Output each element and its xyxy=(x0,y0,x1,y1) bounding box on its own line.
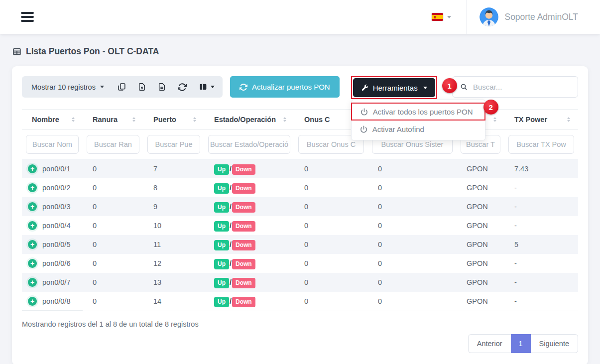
column-header-nombre[interactable]: Nombre xyxy=(22,110,83,130)
table-row: + pon0/0/5 0 11 Up/Down 0 0 GPON 5 xyxy=(22,235,578,254)
copy-button[interactable] xyxy=(112,76,132,98)
estado-cell: Up/Down xyxy=(204,235,294,254)
filter-input-ranura[interactable] xyxy=(87,135,139,154)
chevron-down-icon xyxy=(211,86,215,88)
excel-export-button[interactable] xyxy=(132,76,152,98)
estado-cell: Up/Down xyxy=(204,273,294,292)
reload-table-button[interactable] xyxy=(172,76,193,98)
tx-power-value: - xyxy=(504,254,578,273)
pagination-next-button[interactable]: Siguiente xyxy=(531,334,578,353)
expand-row-icon[interactable]: + xyxy=(28,202,37,211)
ranura-value: 0 xyxy=(83,159,143,179)
search-input[interactable] xyxy=(473,83,570,91)
onus-c-value: 0 xyxy=(294,159,368,179)
wrench-icon xyxy=(361,84,368,92)
pon-ports-table: NombreRanuraPuertoEstado/OperaciónOnus C… xyxy=(22,109,578,311)
refresh-icon xyxy=(240,83,247,91)
sort-icon[interactable] xyxy=(72,117,75,122)
tx-power-value: - xyxy=(504,197,578,216)
file-export-button[interactable] xyxy=(152,76,172,98)
datatable-buttons-group: Mostrar 10 registros xyxy=(22,76,223,98)
sort-icon[interactable] xyxy=(493,117,496,122)
ranura-value: 0 xyxy=(83,254,143,273)
pagination-page-1-button[interactable]: 1 xyxy=(511,334,531,353)
port-name: pon0/0/6 xyxy=(42,259,70,267)
filter-cell xyxy=(22,130,83,159)
table-row: + pon0/0/1 0 7 Up/Down 0 0 GPON 7.43 xyxy=(22,159,578,179)
expand-row-icon[interactable]: + xyxy=(28,221,37,230)
excel-icon xyxy=(138,83,146,91)
update-pon-ports-label: Actualizar puertos PON xyxy=(252,83,330,91)
pon-ports-card: Mostrar 10 registros xyxy=(12,66,588,364)
page-title: Lista Puertos Pon - OLT C-DATA xyxy=(12,46,588,57)
expand-row-icon[interactable]: + xyxy=(28,297,37,306)
tipo-value: GPON xyxy=(457,216,504,235)
menu-item-label: Activar Autofind xyxy=(372,125,424,133)
badge-separator: / xyxy=(230,278,232,286)
table-icon xyxy=(12,47,21,56)
tx-power-value: - xyxy=(504,216,578,235)
columns-icon xyxy=(199,83,208,91)
annotation-box-1: Herramientas 1 Activar todos los puertos… xyxy=(351,76,437,99)
estado-cell: Up/Down xyxy=(204,254,294,273)
menu-toggle-icon[interactable] xyxy=(21,12,34,22)
expand-row-icon[interactable]: + xyxy=(28,183,37,192)
chevron-down-icon xyxy=(423,87,427,89)
filter-input-tx_power[interactable] xyxy=(508,135,574,154)
update-pon-ports-button[interactable]: Actualizar puertos PON xyxy=(230,76,340,98)
column-header-estado[interactable]: Estado/Operación xyxy=(204,110,294,130)
user-name: Soporte AdminOLT xyxy=(504,12,578,22)
filter-input-nombre[interactable] xyxy=(26,135,79,154)
menu-item-activate-autofind[interactable]: Activar Autofind xyxy=(352,121,485,137)
column-header-puerto[interactable]: Puerto xyxy=(143,110,204,130)
onus-sister-value: 0 xyxy=(368,273,457,292)
filter-input-puerto[interactable] xyxy=(147,135,200,154)
ranura-value: 0 xyxy=(83,292,143,311)
table-row: + pon0/0/6 0 12 Up/Down 0 0 GPON - xyxy=(22,254,578,273)
copy-icon xyxy=(118,83,126,91)
annotation-box-2: Activar todos los puertos PON 2 xyxy=(351,103,485,121)
tools-dropdown-menu: Activar todos los puertos PON 2 Activar … xyxy=(351,100,485,140)
port-name: pon0/0/5 xyxy=(42,241,70,248)
estado-cell: Up/Down xyxy=(204,292,294,311)
estado-cell: Up/Down xyxy=(204,216,294,235)
expand-row-icon[interactable]: + xyxy=(28,278,37,287)
column-label: Puerto xyxy=(153,116,176,123)
tx-power-value: - xyxy=(504,178,578,197)
page-length-dropdown[interactable]: Mostrar 10 registros xyxy=(24,83,112,91)
tipo-value: GPON xyxy=(457,159,504,179)
onus-c-value: 0 xyxy=(294,197,368,216)
onus-sister-value: 0 xyxy=(368,216,457,235)
onus-c-value: 0 xyxy=(294,178,368,197)
filter-cell xyxy=(83,130,143,159)
sort-icon[interactable] xyxy=(567,117,570,122)
sort-icon[interactable] xyxy=(132,117,135,122)
language-dropdown[interactable] xyxy=(432,13,451,21)
annotation-step-1-badge: 1 xyxy=(442,78,457,93)
expand-row-icon[interactable]: + xyxy=(28,240,37,249)
status-up-badge: Up xyxy=(214,297,229,307)
top-navbar: Soporte AdminOLT xyxy=(0,0,600,34)
estado-cell: Up/Down xyxy=(204,178,294,197)
tipo-value: GPON xyxy=(457,292,504,311)
sort-icon[interactable] xyxy=(283,117,286,122)
column-header-ranura[interactable]: Ranura xyxy=(83,110,143,130)
badge-separator: / xyxy=(230,203,232,211)
badge-separator: / xyxy=(230,222,232,230)
expand-row-icon[interactable]: + xyxy=(28,164,37,173)
filter-input-estado[interactable] xyxy=(208,135,290,154)
puerto-value: 9 xyxy=(143,197,204,216)
menu-item-activate-all-pon-ports[interactable]: Activar todos los puertos PON xyxy=(352,104,484,120)
onus-sister-value: 0 xyxy=(368,178,457,197)
expand-row-icon[interactable]: + xyxy=(28,259,37,268)
pagination-previous-button[interactable]: Anterior xyxy=(468,334,511,353)
onus-sister-value: 0 xyxy=(368,235,457,254)
user-menu[interactable]: Soporte AdminOLT xyxy=(480,7,578,26)
column-visibility-dropdown[interactable] xyxy=(193,76,221,98)
column-header-tx_power[interactable]: TX Power xyxy=(504,110,578,130)
sort-icon[interactable] xyxy=(193,117,196,122)
status-down-badge: Down xyxy=(232,183,255,194)
badge-separator: / xyxy=(230,297,232,305)
tools-dropdown-button[interactable]: Herramientas xyxy=(353,78,435,97)
page-length-label: Mostrar 10 registros xyxy=(31,83,96,91)
